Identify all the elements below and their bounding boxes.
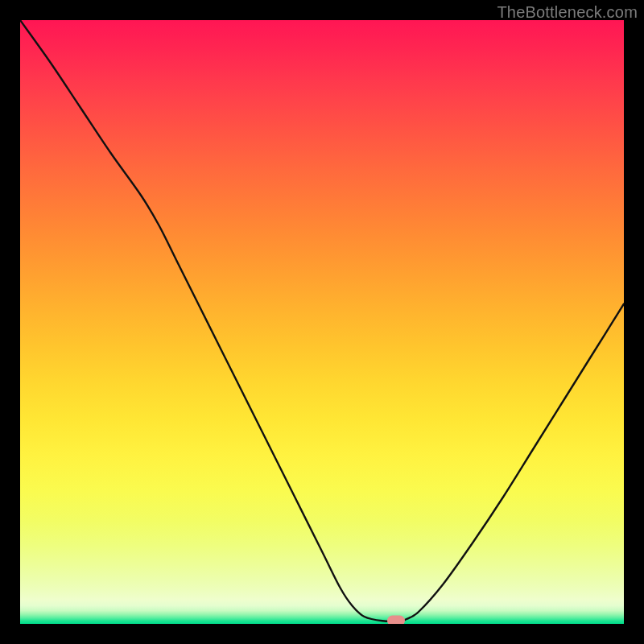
plot-area <box>20 20 624 624</box>
watermark-text: TheBottleneck.com <box>497 3 638 22</box>
bottleneck-curve <box>20 20 624 621</box>
optimum-marker <box>387 615 405 624</box>
chart-frame: TheBottleneck.com <box>0 0 644 644</box>
curve-layer <box>20 20 624 624</box>
